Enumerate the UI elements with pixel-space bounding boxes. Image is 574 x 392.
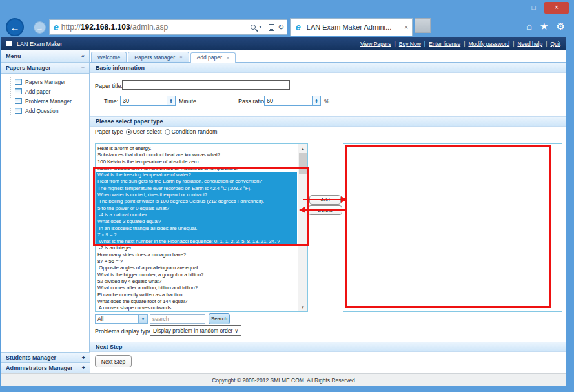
question-item[interactable]: Opposite angles of a parallelogram are e… — [96, 265, 297, 271]
sidebar-section-students-manager[interactable]: Students Manager + — [1, 352, 90, 363]
settings-icon[interactable]: ⚙ — [557, 21, 565, 32]
sidebar-item-add-paper[interactable]: Add paper — [1, 87, 89, 96]
scrollbar[interactable]: ▲ ▼ — [298, 144, 307, 311]
refresh-icon[interactable]: ↻ — [278, 23, 284, 31]
favorites-icon[interactable]: ★ — [540, 21, 548, 32]
question-item[interactable]: 100 Kelvin is the temperature of absolut… — [96, 159, 297, 165]
selected-questions-listbox[interactable] — [343, 143, 562, 312]
address-dropdown-icon[interactable]: ▾ — [259, 25, 261, 30]
search-filter-select[interactable]: All ▾ — [95, 314, 148, 324]
time-input[interactable] — [120, 96, 167, 106]
question-item[interactable]: The boiling point of water is 100 degree… — [96, 198, 297, 205]
question-item[interactable]: 5 to the power of 0 equals what? — [96, 205, 297, 212]
search-icon[interactable] — [251, 25, 256, 30]
paper-title-label: Paper title: — [95, 83, 123, 89]
question-item[interactable]: Kelvin, Celsius and Fahrenheit are all m… — [96, 165, 297, 172]
question-item[interactable]: A convex shape curves outwards. — [96, 305, 297, 311]
question-item[interactable]: When water is cooled, does it expand or … — [96, 192, 297, 198]
scrollbar-thumb[interactable] — [299, 153, 307, 174]
radio-label: Condition random — [172, 129, 218, 135]
link-separator: | — [513, 41, 514, 47]
url-text: http://192.168.1.103/admin.asp — [61, 23, 168, 32]
maximize-icon[interactable]: □ — [525, 2, 542, 14]
question-item[interactable]: Pi can be correctly written as a fractio… — [96, 292, 297, 298]
paper-title-input[interactable] — [122, 80, 290, 90]
sidebar-section-administrators-manager[interactable]: Administrators Manager + — [1, 362, 90, 373]
next-step-button[interactable]: Next Step — [95, 355, 132, 367]
main-content: WelcomePapers Manager×Add paper× Basic i… — [90, 50, 566, 373]
header-link-buy-now[interactable]: Buy Now — [399, 41, 421, 47]
question-item[interactable]: What comes after a million, billion and … — [96, 285, 297, 291]
header-link-need-help[interactable]: Need help — [517, 41, 542, 47]
question-item[interactable]: What is the freezing temperature of wate… — [96, 172, 297, 178]
question-item[interactable]: 7 x 9 = ? — [96, 232, 297, 238]
minimize-icon[interactable]: — — [506, 2, 523, 14]
question-item[interactable]: How many sides does a nonagon have? — [96, 252, 297, 258]
tab-add-paper[interactable]: Add paper× — [190, 52, 236, 63]
question-item[interactable]: Heat is a form of energy. — [96, 145, 297, 152]
browser-tab[interactable]: e LAN Exam Maker Admini... × — [290, 18, 413, 36]
search-button[interactable]: Search — [209, 313, 230, 324]
sidebar: Menu « Papers Manager − Papers ManagerAd… — [1, 50, 90, 373]
close-icon[interactable]: × — [544, 2, 569, 14]
window-frame — [0, 37, 1, 386]
scroll-up-icon[interactable]: ▲ — [298, 144, 307, 152]
question-item[interactable]: What is the next number in the Fibonacci… — [96, 238, 297, 245]
add-button[interactable]: Add — [309, 195, 341, 205]
chevron-down-icon[interactable]: ▾ — [138, 315, 147, 323]
question-item[interactable]: 87 + 56 = ? — [96, 258, 297, 265]
radio-condition-random[interactable]: Condition random — [165, 129, 218, 135]
question-item[interactable]: What is the bigger number, a googol or a… — [96, 272, 297, 278]
tab-welcome[interactable]: Welcome — [91, 52, 127, 62]
compatibility-view-icon[interactable] — [269, 24, 274, 31]
home-icon[interactable]: ⌂ — [526, 21, 532, 32]
pass-ratio-stepper[interactable]: ▲▼ — [313, 96, 321, 106]
question-item[interactable]: Substances that don't conduct heat are k… — [96, 152, 297, 158]
question-item[interactable]: In an isosceles triangle all sides are u… — [96, 225, 297, 232]
radio-icon — [165, 129, 170, 135]
header-links: View Papers|Buy Now|Enter license|Modify… — [360, 41, 560, 47]
collapse-minus-icon[interactable]: − — [81, 65, 85, 71]
sidebar-item-add-question[interactable]: Add Question — [1, 106, 89, 116]
question-item[interactable]: Heat from the sun gets to the Earth by r… — [96, 178, 297, 185]
display-type-select[interactable]: Display problem in random order ∨ — [150, 325, 241, 336]
tab-papers-manager[interactable]: Papers Manager× — [128, 52, 189, 62]
grid-icon — [15, 79, 22, 85]
page: Menu « Papers Manager − Papers ManagerAd… — [1, 50, 566, 373]
radio-user-select[interactable]: User select — [126, 129, 162, 135]
question-item[interactable]: What does 3 squared equal? — [96, 218, 297, 225]
header-link-view-papers[interactable]: View Papers — [360, 41, 391, 47]
scroll-down-icon[interactable]: ▼ — [298, 303, 307, 311]
pass-ratio-input[interactable] — [264, 96, 313, 106]
expand-plus-icon[interactable]: + — [82, 355, 85, 361]
back-button[interactable]: ← — [6, 18, 24, 36]
question-item[interactable]: 52 divided by 4 equals what? — [96, 278, 297, 285]
new-tab-button[interactable] — [415, 18, 431, 33]
address-bar[interactable]: e http://192.168.1.103/admin.asp ▾ ↻ — [49, 19, 287, 35]
question-item[interactable]: What does the square root of 144 equal? — [96, 298, 297, 305]
header-link-enter-license[interactable]: Enter license — [429, 41, 460, 47]
radio-label: User select — [133, 129, 162, 135]
question-item[interactable]: -4 is a natural number. — [96, 212, 297, 218]
section-basic-information: Basic information — [90, 63, 566, 73]
header-link-quit[interactable]: Quit — [550, 41, 560, 47]
footer-copyright: Copyright © 2006-2012 SMLME.COM. All Rig… — [1, 373, 566, 386]
forward-button[interactable]: → — [34, 21, 46, 34]
question-list: Heat is a form of energy.Substances that… — [96, 144, 297, 311]
time-stepper[interactable]: ▲▼ — [167, 96, 176, 106]
sidebar-item-problems-manager[interactable]: Problems Manager — [1, 96, 89, 106]
section-label: Papers Manager — [6, 65, 51, 71]
sidebar-item-papers-manager[interactable]: Papers Manager — [1, 77, 89, 87]
question-item[interactable]: The highest temperature ever recorded on… — [96, 185, 297, 192]
sidebar-section-papers-manager[interactable]: Papers Manager − — [1, 63, 89, 74]
header-link-modify-password[interactable]: Modify password — [468, 41, 509, 47]
expand-plus-icon[interactable]: + — [82, 365, 85, 371]
search-input[interactable] — [150, 314, 205, 324]
tab-close-icon[interactable]: × — [227, 55, 229, 61]
question-item[interactable]: -2 is an integer. — [96, 245, 297, 251]
tab-close-icon[interactable]: × — [404, 24, 408, 31]
collapse-sidebar-icon[interactable]: « — [81, 53, 85, 59]
tab-close-icon[interactable]: × — [179, 54, 182, 60]
window-frame — [566, 37, 574, 386]
delete-button[interactable]: Delete — [308, 205, 342, 215]
